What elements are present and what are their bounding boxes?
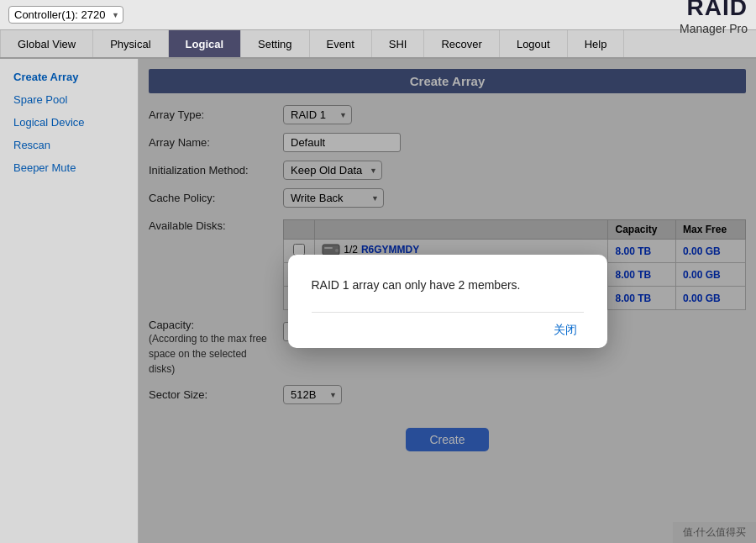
modal-close-button[interactable]: 关闭 <box>547 321 584 340</box>
controller-select[interactable]: Controller(1): 2720 <box>8 6 123 24</box>
tab-logout[interactable]: Logout <box>500 30 568 57</box>
main-layout: Create Array Spare Pool Logical Device R… <box>0 59 756 543</box>
controller-select-wrap: Controller(1): 2720 <box>8 6 123 24</box>
tab-physical[interactable]: Physical <box>93 30 168 57</box>
nav-tabs: Global View Physical Logical Setting Eve… <box>0 30 756 59</box>
brand-manager-pro: Manager Pro <box>680 22 748 36</box>
modal-box: RAID 1 array can only have 2 members. 关闭 <box>288 255 607 348</box>
content-area: Create Array Array Type: RAID 0 RAID 1 R… <box>139 59 756 543</box>
tab-global-view[interactable]: Global View <box>0 30 93 57</box>
brand-title: RAID Manager Pro <box>680 0 748 36</box>
sidebar-item-logical-device[interactable]: Logical Device <box>0 111 138 134</box>
tab-event[interactable]: Event <box>310 30 372 57</box>
top-bar: Controller(1): 2720 RAID Manager Pro <box>0 0 756 30</box>
controller-select-wrapper[interactable]: Controller(1): 2720 <box>8 6 123 24</box>
sidebar-item-create-array[interactable]: Create Array <box>0 66 138 88</box>
sidebar-item-rescan[interactable]: Rescan <box>0 134 138 156</box>
tab-recover[interactable]: Recover <box>424 30 499 57</box>
modal-footer: 关闭 <box>312 312 584 348</box>
modal-overlay: RAID 1 array can only have 2 members. 关闭 <box>139 59 756 543</box>
sidebar-item-beeper-mute[interactable]: Beeper Mute <box>0 156 138 179</box>
tab-shi[interactable]: SHI <box>372 30 425 57</box>
sidebar-item-spare-pool[interactable]: Spare Pool <box>0 88 138 111</box>
tab-setting[interactable]: Setting <box>241 30 309 57</box>
brand-raid: RAID <box>680 0 748 22</box>
tab-logical[interactable]: Logical <box>169 30 242 57</box>
tab-help[interactable]: Help <box>568 30 625 57</box>
modal-message: RAID 1 array can only have 2 members. <box>312 278 584 292</box>
sidebar: Create Array Spare Pool Logical Device R… <box>0 59 139 543</box>
